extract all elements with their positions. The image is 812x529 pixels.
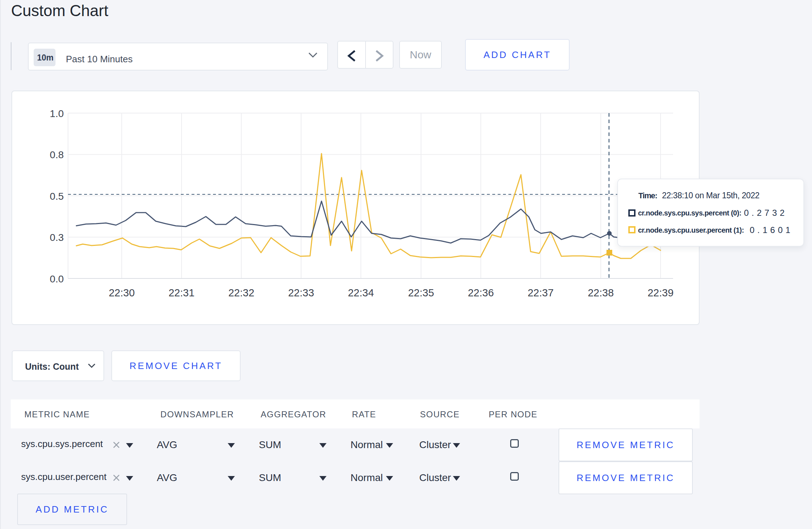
svg-text:0.8: 0.8 — [50, 149, 64, 160]
svg-text:22:38: 22:38 — [588, 287, 614, 299]
svg-text:22:35: 22:35 — [408, 287, 434, 299]
svg-text:1.0: 1.0 — [50, 108, 64, 119]
svg-text:0.3: 0.3 — [50, 232, 64, 243]
svg-text:22:36: 22:36 — [468, 287, 494, 299]
svg-text:22:33: 22:33 — [288, 287, 314, 299]
svg-text:0.0: 0.0 — [50, 273, 64, 285]
svg-text:22:39: 22:39 — [648, 287, 674, 299]
svg-text:22:34: 22:34 — [348, 287, 374, 299]
svg-text:22:37: 22:37 — [528, 287, 554, 299]
svg-text:22:30: 22:30 — [109, 287, 135, 299]
svg-text:22:31: 22:31 — [169, 287, 195, 299]
svg-text:22:32: 22:32 — [228, 287, 255, 299]
svg-text:0.5: 0.5 — [50, 191, 64, 202]
